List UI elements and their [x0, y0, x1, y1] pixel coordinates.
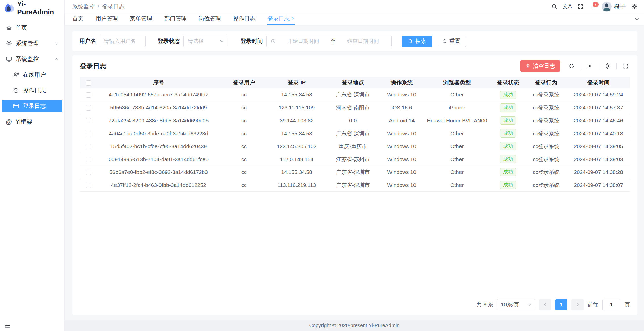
cell-user: cc [220, 166, 268, 179]
row-select-cell [80, 101, 97, 114]
tab-菜单管理[interactable]: 菜单管理 [130, 13, 152, 25]
sidebar-item-操作日志[interactable]: 操作日志 [2, 84, 62, 97]
cell-id: 4a04c1bc-0d50-3bde-ca0f-3a14dd63223d [97, 127, 220, 140]
cell-ip: 123.11.115.109 [268, 101, 325, 114]
sidebar-item-系统监控[interactable]: 系统监控 [2, 53, 62, 65]
cell-os: Windows 10 [381, 153, 423, 166]
row-checkbox[interactable] [86, 118, 91, 123]
cell-browser: Other [423, 88, 491, 101]
select-all-checkbox[interactable] [86, 80, 91, 86]
tab-label: 用户管理 [96, 15, 118, 23]
next-page-button[interactable] [571, 299, 584, 310]
menu-fold-icon[interactable] [4, 322, 11, 329]
tab-操作日志[interactable]: 操作日志 [233, 13, 255, 25]
prev-page-button[interactable] [539, 299, 551, 310]
row-checkbox[interactable] [86, 144, 91, 149]
date-end-placeholder: 结束日期时间 [339, 38, 387, 45]
tab-首页[interactable]: 首页 [72, 13, 83, 25]
row-select-cell [80, 153, 97, 166]
chevron-down-icon [220, 39, 224, 43]
search-button[interactable]: 搜索 [402, 36, 432, 47]
content: 用户名 登录状态 请选择 登录时间 开始日期时间 至 [65, 25, 644, 320]
clear-logs-button[interactable]: 清空日志 [520, 60, 560, 72]
topbar: 系统监控 / 登录日志 文A 7 [65, 0, 644, 13]
goto-page-input[interactable] [602, 299, 620, 310]
at-icon: @ [6, 118, 12, 125]
sidebar-item-Yi框架[interactable]: @Yi框架 [2, 115, 62, 128]
username-label[interactable]: 橙子 [614, 3, 626, 10]
cell-os: iOS 16.6 [381, 101, 423, 114]
search-icon[interactable] [547, 0, 561, 13]
close-icon[interactable]: × [292, 16, 295, 21]
row-select-cell [80, 127, 97, 140]
row-checkbox[interactable] [86, 131, 91, 136]
select-all-cell [80, 77, 97, 88]
cell-ip: 14.155.34.58 [268, 127, 325, 140]
cell-time: 2024-09-07 14:38:28 [567, 166, 630, 179]
cell-time: 2024-09-07 14:38:07 [567, 179, 630, 191]
translate-icon[interactable]: 文A [561, 0, 574, 13]
copyright-text: Copyright © 2020-present Yi-PureAdmin [309, 323, 399, 328]
logo[interactable]: Yi-PureAdmin [0, 0, 64, 16]
pagination-total: 共 8 条 [477, 301, 493, 308]
reset-button[interactable]: 重置 [437, 36, 466, 47]
goto-label: 前往 [588, 301, 598, 308]
sidebar-item-系统管理[interactable]: 系统管理 [2, 37, 62, 50]
cell-behavior: cc登录系统 [525, 140, 567, 153]
date-range-input[interactable]: 开始日期时间 至 结束日期时间 [266, 36, 392, 47]
breadcrumb-item-parent[interactable]: 系统监控 [72, 3, 95, 10]
cell-user: cc [220, 114, 268, 127]
table-row: 00914995-513b-7104-da91-3a14dd61fce0cc11… [80, 153, 630, 166]
table-row: 4a04c1bc-0d50-3bde-ca0f-3a14dd63223dcc14… [80, 127, 630, 140]
sidebar-item-登录日志[interactable]: 登录日志 [2, 100, 62, 112]
row-select-cell [80, 114, 97, 127]
cell-status: 成功 [491, 88, 525, 101]
sidebar-item-首页[interactable]: 首页 [2, 21, 62, 34]
gear-icon[interactable] [628, 0, 641, 13]
cell-user: cc [220, 101, 268, 114]
cell-location: 江苏省-苏州市 [325, 153, 381, 166]
tab-岗位管理[interactable]: 岗位管理 [199, 13, 221, 25]
table-title: 登录日志 [80, 62, 106, 71]
cell-browser: iPhone [423, 101, 491, 114]
fullscreen-icon[interactable] [574, 0, 587, 13]
cell-ip: 123.145.205.102 [268, 140, 325, 153]
cell-user: cc [220, 153, 268, 166]
chevron-down-icon[interactable] [630, 13, 644, 25]
row-checkbox[interactable] [86, 183, 91, 188]
bell-icon[interactable]: 7 [587, 0, 600, 13]
status-badge: 成功 [500, 142, 516, 150]
tab-label: 登录日志 [267, 15, 290, 23]
status-badge: 成功 [500, 129, 516, 138]
row-checkbox[interactable] [86, 157, 91, 162]
status-select[interactable]: 请选择 [183, 36, 228, 47]
tab-部门管理[interactable]: 部门管理 [164, 13, 187, 25]
tab-用户管理[interactable]: 用户管理 [96, 13, 118, 25]
row-checkbox[interactable] [86, 170, 91, 175]
page-size-select[interactable]: 10条/页 [497, 299, 535, 310]
page-number-button[interactable]: 1 [555, 299, 567, 310]
settings-icon[interactable] [603, 62, 612, 70]
column-header-序号: 序号 [97, 77, 220, 88]
table-row: 4e1d0549-b092-657b-aec7-3a14dd749fd2cc14… [80, 88, 630, 101]
column-header-登录时间: 登录时间 [567, 77, 630, 88]
row-select-cell [80, 166, 97, 179]
row-checkbox[interactable] [86, 105, 91, 111]
density-icon[interactable] [585, 62, 594, 70]
tab-登录日志[interactable]: 登录日志× [267, 13, 295, 25]
app-title: Yi-PureAdmin [17, 0, 60, 16]
cell-id: 00914995-513b-7104-da91-3a14dd61fce0 [97, 153, 220, 166]
avatar[interactable] [602, 2, 612, 12]
username-input[interactable] [104, 38, 141, 44]
sidebar: Yi-PureAdmin 首页系统管理系统监控在线用户操作日志登录日志@Yi框架 [0, 0, 65, 331]
breadcrumb-item-current: 登录日志 [102, 3, 124, 10]
fullscreen-icon[interactable] [621, 62, 630, 70]
refresh-icon[interactable] [567, 62, 576, 70]
status-badge: 成功 [500, 116, 516, 125]
date-range-separator: 至 [331, 38, 336, 45]
row-checkbox[interactable] [86, 92, 91, 98]
sidebar-item-在线用户[interactable]: 在线用户 [2, 68, 62, 81]
cell-location: 0-0 [325, 114, 381, 127]
cell-browser: Other [423, 140, 491, 153]
chevron-down-icon [54, 41, 59, 46]
